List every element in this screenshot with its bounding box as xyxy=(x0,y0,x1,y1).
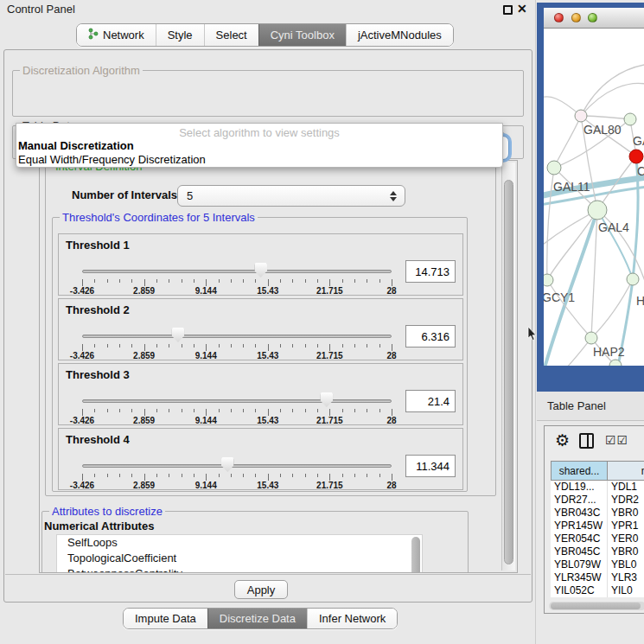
network-icon xyxy=(88,28,99,42)
table-hscrollbar-thumb[interactable] xyxy=(551,603,641,609)
column-header-shared[interactable]: shared... xyxy=(551,461,608,481)
network-window-titlebar[interactable] xyxy=(544,8,644,29)
tick-mark xyxy=(317,474,318,477)
tick-mark xyxy=(82,279,83,286)
columns-icon[interactable] xyxy=(579,433,594,449)
tick-mark xyxy=(231,409,232,412)
close-traffic-light-icon[interactable] xyxy=(554,13,564,22)
tick-mark xyxy=(292,344,293,348)
network-node-red[interactable] xyxy=(629,150,643,163)
threshold-slider[interactable]: -3.4262.8599.14415.4321.71528 xyxy=(82,263,392,296)
tick-mark xyxy=(305,474,306,477)
slider-track[interactable] xyxy=(82,270,392,273)
footer-divider xyxy=(5,574,531,575)
table-cell: YBR043C xyxy=(551,507,608,520)
tab-cyni-toolbox[interactable]: Cyni Toolbox xyxy=(258,24,346,46)
table-row[interactable]: YER054CYER0 xyxy=(551,532,644,545)
panel-title: Control Panel xyxy=(7,3,75,16)
network-node-green[interactable] xyxy=(544,274,553,286)
attribute-item-topologicalcoefficient[interactable]: TopologicalCoefficient xyxy=(57,551,422,566)
tick-mark xyxy=(255,279,256,283)
tick-mark xyxy=(94,474,95,477)
numerical-attributes-list[interactable]: SelfLoopsTopologicalCoefficientBetweenne… xyxy=(56,534,423,573)
node-label-hap2: HAP2 xyxy=(593,345,625,359)
tick-mark xyxy=(255,474,256,477)
settings-scrollbar[interactable] xyxy=(501,163,515,571)
network-node-pink[interactable] xyxy=(575,110,587,122)
threshold-slider[interactable]: -3.4262.8599.14415.4321.71528 xyxy=(82,392,392,425)
apply-button[interactable]: Apply xyxy=(234,580,288,599)
tab-discretize-data[interactable]: Discretize Data xyxy=(207,609,307,628)
list-scrollbar-thumb[interactable] xyxy=(411,537,420,573)
tick-mark xyxy=(379,344,380,348)
tick-mark xyxy=(292,474,293,477)
node-label-h: H xyxy=(636,294,644,308)
slider-thumb[interactable] xyxy=(171,328,184,342)
tick-mark xyxy=(305,279,306,283)
table-row[interactable]: YDL19...YDL1 xyxy=(551,481,644,494)
tick-mark xyxy=(305,344,306,348)
tick-label: 28 xyxy=(386,286,396,296)
gear-icon[interactable]: ⚙ xyxy=(555,431,570,450)
tab-impute-data[interactable]: Impute Data xyxy=(124,609,207,628)
network-node-green[interactable] xyxy=(627,273,639,285)
network-node-green[interactable] xyxy=(585,332,597,344)
slider-track[interactable] xyxy=(82,399,392,403)
table-row[interactable]: YBR043CYBR0 xyxy=(551,507,644,520)
scrollbar-thumb[interactable] xyxy=(504,180,513,564)
network-canvas[interactable]: GAL80GACGAL11GAL4GCY1HHAP2 xyxy=(544,29,644,366)
float-window-icon[interactable] xyxy=(503,5,513,15)
slider-track[interactable] xyxy=(82,335,392,338)
tick-mark xyxy=(268,279,269,286)
tick-mark xyxy=(156,409,157,412)
zoom-traffic-light-icon[interactable] xyxy=(588,13,597,22)
threshold-value-field[interactable]: 11.344 xyxy=(405,455,456,477)
tab-jactivemnodules[interactable]: jActiveMNodules xyxy=(346,24,453,46)
attribute-item-betweennesscentrality[interactable]: BetweennessCentrality xyxy=(57,566,422,573)
column-header-name[interactable]: na xyxy=(608,461,644,481)
table-row[interactable]: YPR145WYPR1 xyxy=(551,520,644,532)
slider-thumb[interactable] xyxy=(254,263,267,277)
tick-label: 15.43 xyxy=(257,286,278,296)
tab-style[interactable]: Style xyxy=(156,24,204,46)
algorithm-option-equal-width-frequency-discretization[interactable]: Equal Width/Frequency Discretization xyxy=(16,153,502,167)
tab-label: Infer Network xyxy=(319,612,386,625)
threshold-slider[interactable]: -3.4262.8599.14415.4321.71528 xyxy=(82,457,392,490)
num-intervals-combobox[interactable]: 5 xyxy=(177,185,405,207)
table-row[interactable]: YDR27...YDR2 xyxy=(551,494,644,507)
tick-mark xyxy=(131,409,132,412)
threshold-value-field[interactable]: 21.4 xyxy=(405,390,456,412)
tab-infer-network[interactable]: Infer Network xyxy=(307,609,397,628)
table-cell: YIL052C xyxy=(551,584,608,597)
tick-mark xyxy=(156,344,157,348)
control-panel-titlebar: Control Panel ✕ xyxy=(0,0,536,19)
threshold-slider[interactable]: -3.4262.8599.14415.4321.71528 xyxy=(82,328,392,360)
network-node-green[interactable] xyxy=(624,113,636,125)
network-node-green[interactable] xyxy=(547,161,561,175)
algorithm-dropdown-popup: Select algorithm to view settings Manual… xyxy=(16,123,503,168)
tick-label: 9.144 xyxy=(195,351,217,360)
attribute-item-selfloops[interactable]: SelfLoops xyxy=(57,535,422,551)
tab-select[interactable]: Select xyxy=(204,24,258,46)
table-row[interactable]: YBR045CYBR0 xyxy=(551,545,644,558)
table-row[interactable]: YBL079WYBL0 xyxy=(551,558,644,571)
minimize-traffic-light-icon[interactable] xyxy=(571,13,581,22)
slider-thumb[interactable] xyxy=(221,457,234,472)
algorithm-option-manual-discretization[interactable]: Manual Discretization xyxy=(16,139,502,153)
tick-label: 15.43 xyxy=(257,351,278,360)
slider-track[interactable] xyxy=(82,464,392,468)
threshold-value-field[interactable]: 6.316 xyxy=(405,325,456,348)
table-row[interactable]: YIL052CYIL0 xyxy=(551,584,644,597)
checkbox-icons[interactable]: ☑☑ xyxy=(605,433,628,447)
tick-label: -3.426 xyxy=(70,351,94,360)
tab-network[interactable]: Network xyxy=(77,24,156,46)
table-hscrollbar[interactable] xyxy=(549,602,644,610)
threshold-value-field[interactable]: 14.713 xyxy=(405,260,456,283)
tick-mark xyxy=(219,409,220,412)
num-intervals-value: 5 xyxy=(187,189,193,202)
table-row[interactable]: YLR345WYLR3 xyxy=(551,571,644,584)
network-node-green[interactable] xyxy=(588,201,607,220)
tick-mark xyxy=(182,409,182,412)
slider-thumb[interactable] xyxy=(320,392,333,407)
close-icon[interactable]: ✕ xyxy=(517,2,527,16)
